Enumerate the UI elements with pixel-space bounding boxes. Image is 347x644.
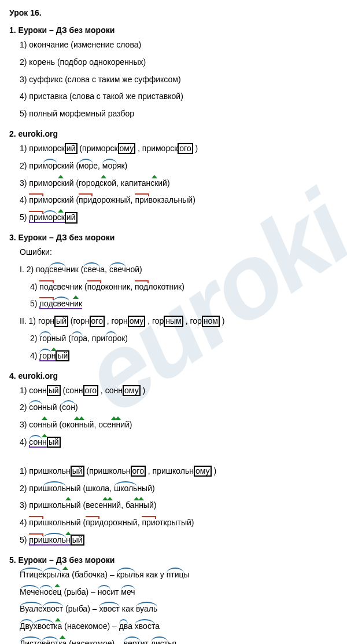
list-item: 4) приморский (придорожный, привокзальны… xyxy=(20,193,338,207)
list-item: 4) горный xyxy=(30,349,338,363)
list-item: II. 1) горный (горного , горному , горны… xyxy=(20,314,338,328)
list-item: I. 2) подсвечник (свеча, свечной) xyxy=(20,263,338,277)
list-item: 2) сонный (сон) xyxy=(20,401,338,415)
list-item: 5) приморский xyxy=(20,211,338,225)
list-item: 5) подсвечник xyxy=(30,297,338,311)
list-item: 4) пришкольный (придорожный, приоткрытый… xyxy=(20,516,338,530)
list-item: Птицекрылка (бабочка) – крылья как у пти… xyxy=(20,568,338,582)
list-item: 4) сонный xyxy=(20,436,338,449)
list-item: 3) приморский (городской, капитанский) xyxy=(20,177,338,191)
section-3-intro: Ошибки: xyxy=(20,246,338,259)
list-item: Меченосец (рыба) – носит меч xyxy=(20,586,338,599)
list-item: Вуалехвост (рыба) – хвост как вуаль xyxy=(20,602,338,616)
section-1-title: 1. Еуроки – ДЗ без мороки xyxy=(9,25,338,35)
list-item: 3) пришкольный (весенний, банный) xyxy=(20,499,338,513)
list-item: 1) окончание (изменение слова) xyxy=(20,38,338,52)
list-item: 4) приставка (слова с такой же приставко… xyxy=(20,90,338,104)
list-item: 3) суффикс (слова с таким же суффиксом) xyxy=(20,73,338,87)
list-item: 2) корень (подбор однокоренных) xyxy=(20,56,338,69)
section-3-title: 3. Еуроки – ДЗ без мороки xyxy=(9,233,338,242)
list-item: 2) горный (гора, пригорок) xyxy=(30,332,338,346)
list-item: 2) пришкольный (школа, школьный) xyxy=(20,482,338,496)
section-4-title: 4. euroki.org xyxy=(9,371,338,380)
list-item: 5) пришкольный xyxy=(20,533,338,547)
section-5-title: 5. Еуроки – ДЗ без мороки xyxy=(9,555,338,565)
list-item: Листовёртка (насекомое) – вертит листья xyxy=(20,637,338,644)
list-item: 4) подсвечник (подоконник, подлокотник) xyxy=(30,280,338,294)
list-item: 3) сонный (оконный, осенний) xyxy=(20,418,338,432)
document-content: Урок 16. 1. Еуроки – ДЗ без мороки 1) ок… xyxy=(9,8,338,644)
list-item: 1) сонный (сонного , сонному ) xyxy=(20,384,338,398)
list-item: Двухвостка (насекомое) – два хвоста xyxy=(20,620,338,634)
list-item: 2) приморский (море, моряк) xyxy=(20,159,338,173)
list-item: 1) приморский (приморскому , приморского… xyxy=(20,142,338,156)
lesson-title: Урок 16. xyxy=(9,8,338,17)
list-item: 5) полный морфемный разбор xyxy=(20,107,338,121)
section-2-title: 2. euroki.org xyxy=(9,129,338,138)
list-item: 1) пришкольный (пришкольного , пришкольн… xyxy=(20,464,338,478)
